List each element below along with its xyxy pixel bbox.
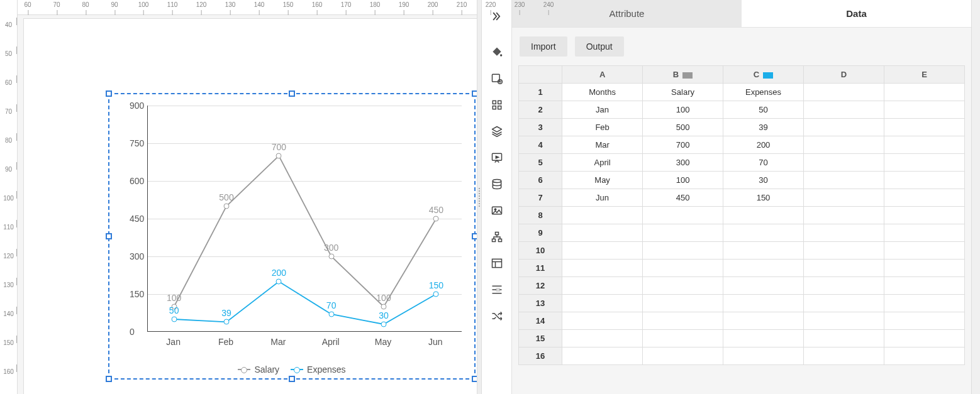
sheet-row-header[interactable]: 1 (519, 84, 562, 101)
sheet-col-header[interactable]: C (723, 66, 804, 84)
sheet-cell[interactable] (884, 172, 964, 189)
sheet-row-header[interactable]: 12 (519, 277, 562, 295)
layers-icon[interactable] (484, 119, 509, 144)
sheet-cell[interactable]: Feb (562, 119, 643, 136)
sheet-cell[interactable] (884, 136, 964, 154)
sheet-row-header[interactable]: 4 (519, 136, 562, 154)
sheet-row-header[interactable]: 2 (519, 101, 562, 119)
sheet-col-header[interactable]: D (804, 66, 884, 84)
sheet-cell[interactable] (884, 330, 964, 347)
sheet-cell[interactable] (804, 330, 884, 347)
sheet-cell[interactable] (884, 242, 964, 260)
database-icon[interactable] (484, 172, 509, 197)
sheet-cell[interactable]: Jun (562, 189, 643, 207)
sheet-cell[interactable] (804, 224, 884, 242)
sheet-cell[interactable] (562, 347, 643, 365)
sheet-row-header[interactable]: 15 (519, 330, 562, 347)
sheet-cell[interactable] (562, 260, 643, 277)
sheet-cell[interactable] (804, 277, 884, 295)
sheet-cell[interactable] (723, 347, 804, 365)
fill-icon[interactable] (484, 40, 509, 65)
sheet-cell[interactable] (723, 295, 804, 312)
vertical-scrollbar[interactable] (971, 0, 980, 394)
sheet-cell[interactable]: 100 (643, 101, 723, 119)
sheet-cell[interactable] (643, 207, 723, 224)
sheet-cell[interactable] (884, 277, 964, 295)
sheet-cell[interactable] (804, 295, 884, 312)
sheet-cell[interactable]: 30 (723, 172, 804, 189)
sheet-row-header[interactable]: 14 (519, 312, 562, 330)
sheet-cell[interactable] (643, 277, 723, 295)
sheet-cell[interactable] (804, 189, 884, 207)
sheet-cell[interactable] (804, 260, 884, 277)
sheet-row-header[interactable]: 16 (519, 347, 562, 365)
sheet-cell[interactable] (804, 136, 884, 154)
import-button[interactable]: Import (520, 36, 567, 57)
sheet-cell[interactable] (723, 260, 804, 277)
sheet-row-header[interactable]: 5 (519, 154, 562, 172)
sheet-cell[interactable] (884, 189, 964, 207)
sheet-cell[interactable]: 500 (643, 119, 723, 136)
sheet-cell[interactable] (643, 312, 723, 330)
sheet-cell[interactable] (804, 207, 884, 224)
sheet-cell[interactable] (723, 242, 804, 260)
sheet-cell[interactable] (723, 277, 804, 295)
sheet-cell[interactable] (562, 242, 643, 260)
sheet-cell[interactable]: May (562, 172, 643, 189)
sheet-row-header[interactable]: 9 (519, 224, 562, 242)
sheet-cell[interactable] (643, 330, 723, 347)
sheet-col-header[interactable]: B (643, 66, 723, 84)
sheet-cell[interactable] (723, 330, 804, 347)
sheet-cell[interactable] (723, 224, 804, 242)
sheet-row-header[interactable]: 7 (519, 189, 562, 207)
sheet-cell[interactable] (562, 330, 643, 347)
component-settings-icon[interactable] (484, 66, 509, 91)
sheet-cell[interactable] (884, 295, 964, 312)
sheet-cell[interactable] (884, 84, 964, 101)
sheet-cell[interactable] (884, 154, 964, 172)
tab-data[interactable]: Data (742, 0, 971, 27)
sheet-cell[interactable] (562, 207, 643, 224)
sheet-cell[interactable] (884, 224, 964, 242)
sheet-row-header[interactable]: 13 (519, 295, 562, 312)
sheet-cell[interactable] (723, 312, 804, 330)
sheet-cell[interactable] (884, 312, 964, 330)
sheet-cell[interactable]: 450 (643, 189, 723, 207)
output-button[interactable]: Output (575, 36, 624, 57)
sheet-cell[interactable] (643, 295, 723, 312)
align-icon[interactable] (484, 277, 509, 302)
sheet-cell[interactable]: Jan (562, 101, 643, 119)
grid-icon[interactable] (484, 92, 509, 118)
sheet-cell[interactable] (884, 260, 964, 277)
sheet-cell[interactable] (562, 277, 643, 295)
sheet-col-header[interactable]: A (562, 66, 643, 84)
sheet-row-header[interactable]: 6 (519, 172, 562, 189)
design-canvas[interactable]: 10050070030010045050392007030150 Salary … (18, 15, 477, 394)
sheet-cell[interactable] (643, 242, 723, 260)
sheet-cell[interactable] (643, 260, 723, 277)
sheet-cell[interactable] (643, 347, 723, 365)
spreadsheet[interactable]: ABCDE1MonthsSalaryExpenses2Jan100503Feb5… (518, 65, 965, 365)
sheet-cell[interactable]: 100 (643, 172, 723, 189)
sheet-cell[interactable]: 50 (723, 101, 804, 119)
sheet-cell[interactable] (804, 119, 884, 136)
sitemap-icon[interactable] (484, 224, 509, 249)
splitter[interactable] (477, 0, 482, 394)
sheet-cell[interactable] (804, 172, 884, 189)
sheet-cell[interactable] (804, 101, 884, 119)
sheet-cell[interactable]: 70 (723, 154, 804, 172)
spreadsheet-wrap[interactable]: ABCDE1MonthsSalaryExpenses2Jan100503Feb5… (512, 65, 971, 394)
sheet-cell[interactable]: Months (562, 84, 643, 101)
shuffle-icon[interactable] (484, 304, 509, 329)
sheet-cell[interactable]: 200 (723, 136, 804, 154)
sheet-cell[interactable] (723, 207, 804, 224)
image-icon[interactable] (484, 198, 509, 223)
sheet-cell[interactable]: 700 (643, 136, 723, 154)
sheet-cell[interactable] (884, 101, 964, 119)
sheet-cell[interactable]: Salary (643, 84, 723, 101)
sheet-row-header[interactable]: 10 (519, 242, 562, 260)
sheet-cell[interactable] (804, 312, 884, 330)
sheet-cell[interactable] (804, 347, 884, 365)
sheet-cell[interactable] (804, 154, 884, 172)
sheet-cell[interactable] (884, 207, 964, 224)
